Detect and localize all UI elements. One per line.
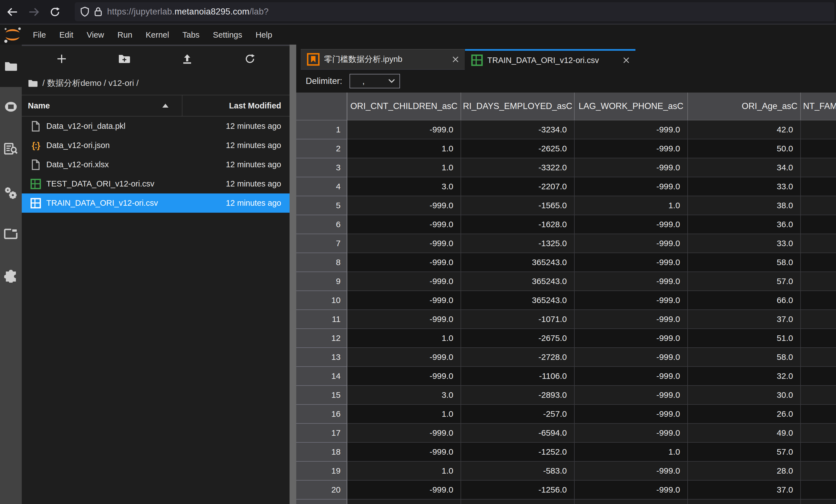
- grid-cell[interactable]: -999.0: [347, 367, 461, 386]
- grid-cell[interactable]: 365243.0: [461, 291, 575, 310]
- grid-row-number[interactable]: 4: [296, 177, 347, 196]
- grid-cell[interactable]: 3.0: [347, 177, 461, 196]
- grid-cell[interactable]: -999.0: [575, 253, 688, 272]
- browser-forward-button[interactable]: [25, 3, 42, 21]
- grid-row-number[interactable]: [296, 500, 347, 504]
- grid-cell[interactable]: -2625.0: [461, 139, 575, 158]
- grid-cell[interactable]: [801, 177, 836, 196]
- grid-cell[interactable]: -999.0: [575, 329, 688, 348]
- grid-cell[interactable]: 38.0: [688, 196, 801, 215]
- grid-cell[interactable]: -999.0: [575, 386, 688, 405]
- grid-cell[interactable]: [801, 215, 836, 234]
- close-tab-icon[interactable]: [623, 57, 630, 64]
- browser-reload-button[interactable]: [46, 3, 63, 21]
- menu-item-run[interactable]: Run: [111, 25, 139, 45]
- grid-cell[interactable]: [801, 348, 836, 367]
- file-browser-icon[interactable]: [4, 61, 17, 73]
- grid-cell[interactable]: -999.0: [575, 215, 688, 234]
- file-row[interactable]: Data_v12-ori.xlsx 12 minutes ago: [22, 155, 289, 174]
- grid-column-header[interactable]: ORI_CNT_CHILDREN_asC: [347, 93, 461, 120]
- new-launcher-button[interactable]: [53, 50, 71, 68]
- grid-cell[interactable]: [801, 443, 836, 462]
- delimiter-select[interactable]: ,: [349, 74, 400, 89]
- grid-cell[interactable]: 1.0: [575, 443, 688, 462]
- grid-row-number[interactable]: 5: [296, 196, 347, 215]
- grid-cell[interactable]: [688, 500, 801, 504]
- grid-cell[interactable]: -999.0: [347, 196, 461, 215]
- grid-cell[interactable]: [801, 424, 836, 443]
- close-tab-icon[interactable]: [452, 56, 459, 63]
- grid-row-number[interactable]: 13: [296, 348, 347, 367]
- grid-cell[interactable]: 58.0: [688, 253, 801, 272]
- browser-back-button[interactable]: [4, 3, 21, 21]
- grid-cell[interactable]: [801, 120, 836, 139]
- grid-cell[interactable]: -999.0: [347, 348, 461, 367]
- grid-row-number[interactable]: 15: [296, 386, 347, 405]
- grid-row-number[interactable]: 19: [296, 462, 347, 481]
- grid-cell[interactable]: 365243.0: [461, 272, 575, 291]
- grid-cell[interactable]: [801, 367, 836, 386]
- grid-row-number[interactable]: 20: [296, 481, 347, 500]
- grid-cell[interactable]: [801, 196, 836, 215]
- grid-cell[interactable]: [801, 139, 836, 158]
- grid-row-number[interactable]: 16: [296, 405, 347, 424]
- grid-cell[interactable]: 66.0: [688, 291, 801, 310]
- settings-gears-icon[interactable]: [4, 187, 18, 201]
- grid-cell[interactable]: -999.0: [347, 234, 461, 253]
- grid-cell[interactable]: -1565.0: [461, 196, 575, 215]
- grid-cell[interactable]: [461, 500, 575, 504]
- menu-item-kernel[interactable]: Kernel: [139, 25, 176, 45]
- grid-row-number[interactable]: 18: [296, 443, 347, 462]
- grid-cell[interactable]: -999.0: [575, 291, 688, 310]
- grid-cell[interactable]: [801, 329, 836, 348]
- grid-cell[interactable]: -999.0: [575, 424, 688, 443]
- grid-cell[interactable]: [801, 158, 836, 177]
- grid-cell[interactable]: -1071.0: [461, 310, 575, 329]
- grid-cell[interactable]: 57.0: [688, 272, 801, 291]
- grid-cell[interactable]: [801, 291, 836, 310]
- grid-cell[interactable]: [801, 310, 836, 329]
- grid-cell[interactable]: -999.0: [575, 462, 688, 481]
- grid-cell[interactable]: -999.0: [347, 120, 461, 139]
- grid-cell[interactable]: -1256.0: [461, 481, 575, 500]
- grid-row-number[interactable]: 10: [296, 291, 347, 310]
- grid-column-header[interactable]: NT_FAMI: [801, 93, 836, 120]
- grid-cell[interactable]: -999.0: [575, 367, 688, 386]
- grid-cell[interactable]: -999.0: [575, 405, 688, 424]
- grid-cell[interactable]: -999.0: [347, 215, 461, 234]
- menu-item-tabs[interactable]: Tabs: [176, 25, 206, 45]
- file-row[interactable]: Data_v12-ori_data.pkl 12 minutes ago: [22, 117, 289, 136]
- grid-cell[interactable]: -583.0: [461, 462, 575, 481]
- grid-cell[interactable]: -999.0: [575, 272, 688, 291]
- grid-cell[interactable]: -1325.0: [461, 234, 575, 253]
- grid-cell[interactable]: 1.0: [347, 405, 461, 424]
- file-row[interactable]: TEST_DATA_ORI_v12-ori.csv 12 minutes ago: [22, 174, 289, 193]
- grid-cell[interactable]: 49.0: [688, 424, 801, 443]
- grid-cell[interactable]: 365243.0: [461, 253, 575, 272]
- grid-cell[interactable]: -999.0: [575, 120, 688, 139]
- grid-cell[interactable]: -999.0: [575, 348, 688, 367]
- grid-row-number[interactable]: 12: [296, 329, 347, 348]
- grid-row-number[interactable]: 1: [296, 120, 347, 139]
- grid-cell[interactable]: -257.0: [461, 405, 575, 424]
- grid-cell[interactable]: 30.0: [688, 386, 801, 405]
- name-column-header[interactable]: Name: [22, 95, 183, 116]
- grid-cell[interactable]: [801, 253, 836, 272]
- grid-cell[interactable]: -1628.0: [461, 215, 575, 234]
- refresh-button[interactable]: [241, 50, 259, 68]
- grid-cell[interactable]: 58.0: [688, 348, 801, 367]
- grid-cell[interactable]: -999.0: [575, 234, 688, 253]
- grid-cell[interactable]: -3234.0: [461, 120, 575, 139]
- grid-cell[interactable]: 37.0: [688, 481, 801, 500]
- grid-cell[interactable]: [347, 500, 461, 504]
- breadcrumb[interactable]: / 数据分析demo / v12-ori /: [22, 72, 289, 95]
- grid-row-number[interactable]: 2: [296, 139, 347, 158]
- tab-csv[interactable]: TRAIN_DATA_ORI_v12-ori.csv: [465, 49, 635, 70]
- grid-column-header[interactable]: LAG_WORK_PHONE_asC: [575, 93, 688, 120]
- grid-cell[interactable]: -1252.0: [461, 443, 575, 462]
- file-row[interactable]: {:} Data_v12-ori.json 12 minutes ago: [22, 136, 289, 155]
- menu-item-view[interactable]: View: [80, 25, 111, 45]
- menu-item-edit[interactable]: Edit: [53, 25, 80, 45]
- grid-cell[interactable]: [801, 272, 836, 291]
- grid-cell[interactable]: -999.0: [347, 443, 461, 462]
